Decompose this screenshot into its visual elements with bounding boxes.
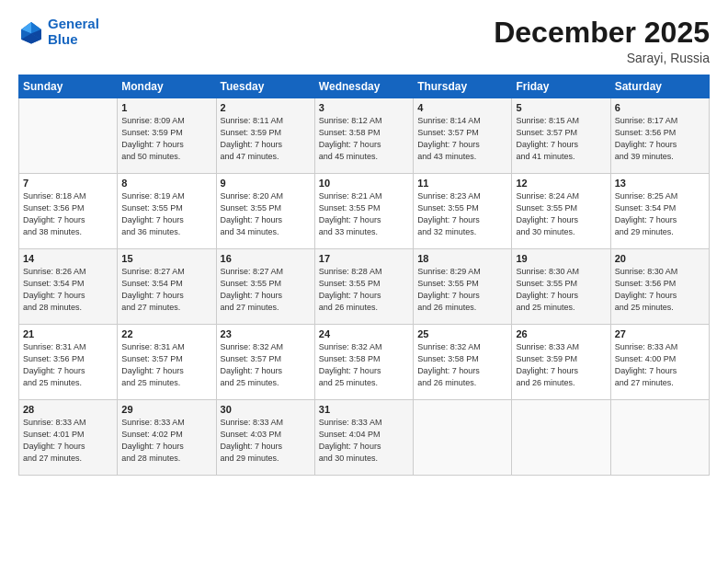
day-cell: 30Sunrise: 8:33 AM Sunset: 4:03 PM Dayli… [216,400,314,476]
day-number: 14 [23,253,113,264]
day-cell: 16Sunrise: 8:27 AM Sunset: 3:55 PM Dayli… [216,249,314,325]
day-cell: 27Sunrise: 8:33 AM Sunset: 4:00 PM Dayli… [610,325,709,400]
day-info: Sunrise: 8:27 AM Sunset: 3:54 PM Dayligh… [121,266,211,314]
day-cell: 14Sunrise: 8:26 AM Sunset: 3:54 PM Dayli… [19,249,118,325]
day-number: 25 [417,328,507,339]
day-number: 5 [516,102,606,113]
day-number: 6 [615,102,705,113]
day-cell: 1Sunrise: 8:09 AM Sunset: 3:59 PM Daylig… [118,98,216,174]
page: General Blue December 2025 Sarayi, Russi… [0,0,728,563]
day-number: 30 [221,404,311,415]
day-info: Sunrise: 8:25 AM Sunset: 3:54 PM Dayligh… [615,190,705,238]
day-cell [512,400,610,476]
day-cell: 11Sunrise: 8:23 AM Sunset: 3:55 PM Dayli… [414,174,512,249]
day-number: 19 [516,253,606,264]
day-number: 18 [417,253,507,264]
month-title: December 2025 [494,17,710,49]
day-number: 27 [615,328,705,339]
logo-icon [18,19,44,45]
week-row-4: 21Sunrise: 8:31 AM Sunset: 3:56 PM Dayli… [19,325,710,400]
day-cell: 18Sunrise: 8:29 AM Sunset: 3:55 PM Dayli… [414,249,512,325]
day-cell: 9Sunrise: 8:20 AM Sunset: 3:55 PM Daylig… [216,174,314,249]
day-cell: 20Sunrise: 8:30 AM Sunset: 3:56 PM Dayli… [610,249,709,325]
day-cell: 29Sunrise: 8:33 AM Sunset: 4:02 PM Dayli… [118,400,216,476]
day-cell: 25Sunrise: 8:32 AM Sunset: 3:58 PM Dayli… [414,325,512,400]
day-info: Sunrise: 8:15 AM Sunset: 3:57 PM Dayligh… [516,115,606,163]
day-cell: 22Sunrise: 8:31 AM Sunset: 3:57 PM Dayli… [118,325,216,400]
header-sunday: Sunday [19,75,118,98]
day-info: Sunrise: 8:12 AM Sunset: 3:58 PM Dayligh… [319,115,409,163]
day-cell: 24Sunrise: 8:32 AM Sunset: 3:58 PM Dayli… [314,325,413,400]
day-info: Sunrise: 8:19 AM Sunset: 3:55 PM Dayligh… [121,190,211,238]
day-number: 9 [221,178,311,189]
day-info: Sunrise: 8:26 AM Sunset: 3:54 PM Dayligh… [23,266,113,314]
day-info: Sunrise: 8:23 AM Sunset: 3:55 PM Dayligh… [417,190,507,238]
day-cell [610,400,709,476]
calendar-header-row: SundayMondayTuesdayWednesdayThursdayFrid… [19,75,710,98]
day-number: 15 [121,253,211,264]
day-info: Sunrise: 8:20 AM Sunset: 3:55 PM Dayligh… [221,190,311,238]
day-number: 20 [615,253,705,264]
day-number: 7 [23,178,113,189]
day-info: Sunrise: 8:27 AM Sunset: 3:55 PM Dayligh… [221,266,311,314]
week-row-1: 1Sunrise: 8:09 AM Sunset: 3:59 PM Daylig… [19,98,710,174]
day-number: 17 [319,253,409,264]
logo-line1: General [48,16,99,31]
location-subtitle: Sarayi, Russia [494,51,710,65]
header-saturday: Saturday [610,75,709,98]
header-monday: Monday [118,75,216,98]
day-info: Sunrise: 8:14 AM Sunset: 3:57 PM Dayligh… [417,115,507,163]
day-number: 2 [221,102,311,113]
day-number: 29 [121,404,211,415]
day-cell: 28Sunrise: 8:33 AM Sunset: 4:01 PM Dayli… [19,400,118,476]
day-info: Sunrise: 8:31 AM Sunset: 3:57 PM Dayligh… [121,341,211,389]
day-cell: 6Sunrise: 8:17 AM Sunset: 3:56 PM Daylig… [610,98,709,174]
day-cell: 5Sunrise: 8:15 AM Sunset: 3:57 PM Daylig… [512,98,610,174]
day-info: Sunrise: 8:33 AM Sunset: 4:02 PM Dayligh… [121,417,211,465]
day-number: 22 [121,328,211,339]
header-friday: Friday [512,75,610,98]
day-number: 24 [319,328,409,339]
header-tuesday: Tuesday [216,75,314,98]
day-info: Sunrise: 8:21 AM Sunset: 3:55 PM Dayligh… [319,190,409,238]
logo-line2: Blue [48,31,78,47]
day-number: 21 [23,328,113,339]
title-block: December 2025 Sarayi, Russia [494,17,710,65]
day-info: Sunrise: 8:32 AM Sunset: 3:58 PM Dayligh… [417,341,507,389]
day-cell: 8Sunrise: 8:19 AM Sunset: 3:55 PM Daylig… [118,174,216,249]
day-cell: 21Sunrise: 8:31 AM Sunset: 3:56 PM Dayli… [19,325,118,400]
day-info: Sunrise: 8:11 AM Sunset: 3:59 PM Dayligh… [221,115,311,163]
logo-text: General Blue [48,17,99,47]
day-info: Sunrise: 8:18 AM Sunset: 3:56 PM Dayligh… [23,190,113,238]
day-info: Sunrise: 8:30 AM Sunset: 3:55 PM Dayligh… [516,266,606,314]
header: General Blue December 2025 Sarayi, Russi… [18,17,710,65]
day-cell: 2Sunrise: 8:11 AM Sunset: 3:59 PM Daylig… [216,98,314,174]
day-cell: 12Sunrise: 8:24 AM Sunset: 3:55 PM Dayli… [512,174,610,249]
day-info: Sunrise: 8:09 AM Sunset: 3:59 PM Dayligh… [121,115,211,163]
day-number: 3 [319,102,409,113]
day-info: Sunrise: 8:28 AM Sunset: 3:55 PM Dayligh… [319,266,409,314]
day-info: Sunrise: 8:33 AM Sunset: 3:59 PM Dayligh… [516,341,606,389]
day-number: 12 [516,178,606,189]
day-cell: 17Sunrise: 8:28 AM Sunset: 3:55 PM Dayli… [314,249,413,325]
day-cell: 31Sunrise: 8:33 AM Sunset: 4:04 PM Dayli… [314,400,413,476]
day-cell: 10Sunrise: 8:21 AM Sunset: 3:55 PM Dayli… [314,174,413,249]
day-info: Sunrise: 8:33 AM Sunset: 4:04 PM Dayligh… [319,417,409,465]
day-cell: 15Sunrise: 8:27 AM Sunset: 3:54 PM Dayli… [118,249,216,325]
header-wednesday: Wednesday [314,75,413,98]
day-cell: 26Sunrise: 8:33 AM Sunset: 3:59 PM Dayli… [512,325,610,400]
day-number: 4 [417,102,507,113]
day-cell: 13Sunrise: 8:25 AM Sunset: 3:54 PM Dayli… [610,174,709,249]
day-number: 28 [23,404,113,415]
calendar-table: SundayMondayTuesdayWednesdayThursdayFrid… [18,75,710,476]
day-cell: 19Sunrise: 8:30 AM Sunset: 3:55 PM Dayli… [512,249,610,325]
day-number: 16 [221,253,311,264]
day-info: Sunrise: 8:29 AM Sunset: 3:55 PM Dayligh… [417,266,507,314]
day-number: 11 [417,178,507,189]
logo: General Blue [18,17,99,47]
day-info: Sunrise: 8:17 AM Sunset: 3:56 PM Dayligh… [615,115,705,163]
day-cell: 4Sunrise: 8:14 AM Sunset: 3:57 PM Daylig… [414,98,512,174]
day-info: Sunrise: 8:24 AM Sunset: 3:55 PM Dayligh… [516,190,606,238]
day-number: 10 [319,178,409,189]
day-number: 26 [516,328,606,339]
